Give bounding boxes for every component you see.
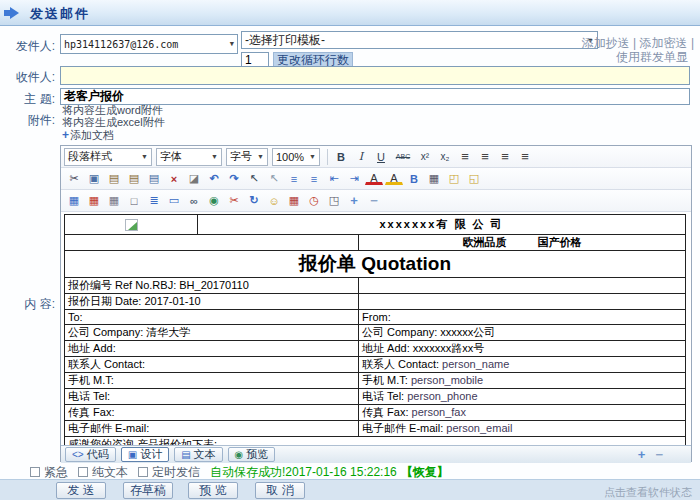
code-icon: <> bbox=[72, 449, 84, 460]
text-field-icon[interactable]: ▭ bbox=[165, 193, 183, 209]
checkbox-label: 纯文本 bbox=[92, 464, 128, 481]
split-cells-icon[interactable]: ▦ bbox=[105, 193, 123, 209]
outdent-icon[interactable]: ⇤ bbox=[325, 171, 343, 187]
bring-forward-icon[interactable]: ◰ bbox=[445, 171, 463, 187]
cut-icon[interactable]: ✂ bbox=[65, 171, 83, 187]
quotation-title-row: 报价单 Quotation bbox=[65, 251, 686, 278]
checkbox-label: 定时发信 bbox=[152, 464, 200, 481]
subject-label: 主 题: bbox=[0, 91, 55, 108]
thanks-row: 感谢您的咨询,产品报价如下表: bbox=[65, 437, 686, 446]
save-draft-button[interactable]: 存草稿 bbox=[123, 482, 173, 499]
bold-button[interactable]: B bbox=[332, 149, 350, 165]
tab-preview[interactable]: ◉ 预览 bbox=[228, 447, 276, 462]
insert-link-icon[interactable]: ∞ bbox=[185, 193, 203, 209]
web-link-icon[interactable]: ◉ bbox=[205, 193, 223, 209]
rich-text-editor: 段落样式 ▼ 字体 ▼ 字号 ▼ 100% ▼ BIUABCx²x₂≡≡≡≡ bbox=[60, 145, 692, 462]
to-input[interactable] bbox=[60, 66, 690, 85]
paragraph-style-select[interactable]: 段落样式 ▼ bbox=[64, 148, 152, 166]
scheduled-send-checkbox[interactable] bbox=[138, 467, 148, 477]
preview-button[interactable]: 预 览 bbox=[188, 482, 238, 499]
quality-left: 欧洲品质 bbox=[462, 236, 506, 248]
globe-icon: ◉ bbox=[235, 449, 244, 460]
editor-toolbar-insert: ▦▦▦□≣▭∞◉✂↻☺▦◷◳+− bbox=[61, 190, 691, 212]
select-icon[interactable]: ↖ bbox=[245, 171, 263, 187]
zoom-select[interactable]: 100% ▼ bbox=[272, 148, 320, 166]
quotation-info-table: 报价编号 Ref No.RBJ: BH_20170110 报价日期 Date: … bbox=[64, 277, 686, 437]
horizontal-rule-icon[interactable]: ≣ bbox=[145, 193, 163, 209]
strikethrough-button[interactable]: ABC bbox=[392, 149, 414, 165]
expand-icon[interactable]: + bbox=[638, 447, 646, 462]
send-mail-window: 发送邮件 发件人: hp314112637@126.com ▼ -选择打印模板-… bbox=[0, 0, 700, 500]
print-template-select[interactable]: -选择打印模板- ▼ bbox=[241, 31, 598, 49]
paste-word-icon[interactable]: ▤ bbox=[145, 171, 163, 187]
add-document-link[interactable]: +添加文档 bbox=[62, 128, 114, 143]
emoticon-icon[interactable]: ☺ bbox=[265, 193, 283, 209]
new-document-icon[interactable]: □ bbox=[125, 193, 143, 209]
subscript-button[interactable]: x₂ bbox=[436, 149, 454, 165]
paste-text-icon[interactable]: ▤ bbox=[125, 171, 143, 187]
align-left-button[interactable]: ≡ bbox=[456, 149, 474, 165]
align-justify-button[interactable]: ≡ bbox=[516, 149, 534, 165]
background-color-icon[interactable]: B bbox=[405, 171, 423, 187]
superscript-button[interactable]: x² bbox=[416, 149, 434, 165]
chevron-down-icon: ▼ bbox=[305, 153, 316, 160]
anchor-icon[interactable]: ↻ bbox=[245, 193, 263, 209]
align-right-button[interactable]: ≡ bbox=[496, 149, 514, 165]
design-icon: ▣ bbox=[128, 449, 137, 460]
eraser-icon[interactable]: ◪ bbox=[185, 171, 203, 187]
table-properties-icon[interactable]: ▦ bbox=[85, 193, 103, 209]
ordered-list-icon[interactable]: ≡ bbox=[285, 171, 303, 187]
editor-toolbar-format: 段落样式 ▼ 字体 ▼ 字号 ▼ 100% ▼ BIUABCx²x₂≡≡≡≡ bbox=[61, 146, 691, 168]
editor-tab-bar: <> 代码 ▣ 设计 ▤ 文本 ◉ 预览 + − bbox=[61, 445, 691, 463]
from-select[interactable]: hp314112637@126.com ▼ bbox=[60, 34, 238, 54]
font-size-select[interactable]: 字号 ▼ bbox=[226, 148, 268, 166]
insert-table-icon[interactable]: ▦ bbox=[65, 193, 83, 209]
add-icon[interactable]: + bbox=[345, 193, 363, 209]
tab-design[interactable]: ▣ 设计 bbox=[121, 447, 169, 462]
cancel-button[interactable]: 取 消 bbox=[255, 482, 305, 499]
table-row: 联系人 Contact: 联系人 Contact: person_name bbox=[65, 357, 686, 373]
restore-link[interactable]: 【恢复】 bbox=[401, 464, 449, 481]
editor-content-area[interactable]: xxxxxxx有 限 公 司 欧洲品质 国产价格 报价单 Quotation bbox=[61, 212, 691, 445]
redo-icon[interactable]: ↷ bbox=[225, 171, 243, 187]
to-label: 收件人: bbox=[0, 69, 55, 86]
company-name: xxxxxxx有 限 公 司 bbox=[198, 215, 686, 235]
tab-code[interactable]: <> 代码 bbox=[65, 447, 116, 462]
unordered-list-icon[interactable]: ≡ bbox=[305, 171, 323, 187]
send-backward-icon[interactable]: ◱ bbox=[465, 171, 483, 187]
highlight-color-icon[interactable]: A bbox=[385, 172, 403, 185]
unlink-icon[interactable]: ✂ bbox=[225, 193, 243, 209]
align-center-button[interactable]: ≡ bbox=[476, 149, 494, 165]
indent-icon[interactable]: ⇥ bbox=[345, 171, 363, 187]
send-button[interactable]: 发 送 bbox=[56, 482, 106, 499]
select-all-icon[interactable]: ↖ bbox=[265, 171, 283, 187]
quotation-title: 报价单 Quotation bbox=[65, 251, 686, 278]
paste-icon[interactable]: ▤ bbox=[105, 171, 123, 187]
quotation-document: xxxxxxx有 限 公 司 欧洲品质 国产价格 报价单 Quotation bbox=[64, 214, 686, 445]
underline-button[interactable]: U bbox=[372, 149, 390, 165]
delete-icon[interactable]: × bbox=[165, 171, 183, 187]
font-color-icon[interactable]: A bbox=[365, 172, 383, 185]
tab-text[interactable]: ▤ 文本 bbox=[174, 447, 222, 462]
collapse-icon[interactable]: − bbox=[655, 447, 663, 462]
table-row: 电话 Tel: 电话 Tel: person_phone bbox=[65, 389, 686, 405]
add-document-plus-icon: + bbox=[62, 128, 69, 142]
calendar-icon[interactable]: ▦ bbox=[285, 193, 303, 209]
frame-icon[interactable]: ▦ bbox=[425, 171, 443, 187]
plaintext-checkbox[interactable] bbox=[78, 467, 88, 477]
urgent-checkbox[interactable] bbox=[30, 467, 40, 477]
popup-window-icon[interactable]: ◳ bbox=[325, 193, 343, 209]
send-options-row: 紧急 纯文本 定时发信 自动保存成功!2017-01-16 15:22:16 【… bbox=[20, 465, 449, 479]
italic-button[interactable]: I bbox=[352, 149, 370, 165]
undo-icon[interactable]: ↶ bbox=[205, 171, 223, 187]
separator: | bbox=[633, 36, 636, 50]
software-status-link[interactable]: 点击查看软件状态 bbox=[604, 485, 692, 500]
add-bcc-link[interactable]: 添加密送 bbox=[640, 36, 688, 50]
copy-icon[interactable]: ▣ bbox=[85, 171, 103, 187]
remove-icon[interactable]: − bbox=[365, 193, 383, 209]
clock-icon[interactable]: ◷ bbox=[305, 193, 323, 209]
font-family-select[interactable]: 字体 ▼ bbox=[156, 148, 222, 166]
table-row: 公司 Company: 清华大学 公司 Company: xxxxxx公司 bbox=[65, 325, 686, 341]
mass-send-link[interactable]: 使用群发单显 bbox=[616, 49, 688, 66]
add-cc-link[interactable]: 添加抄送 bbox=[582, 36, 630, 50]
